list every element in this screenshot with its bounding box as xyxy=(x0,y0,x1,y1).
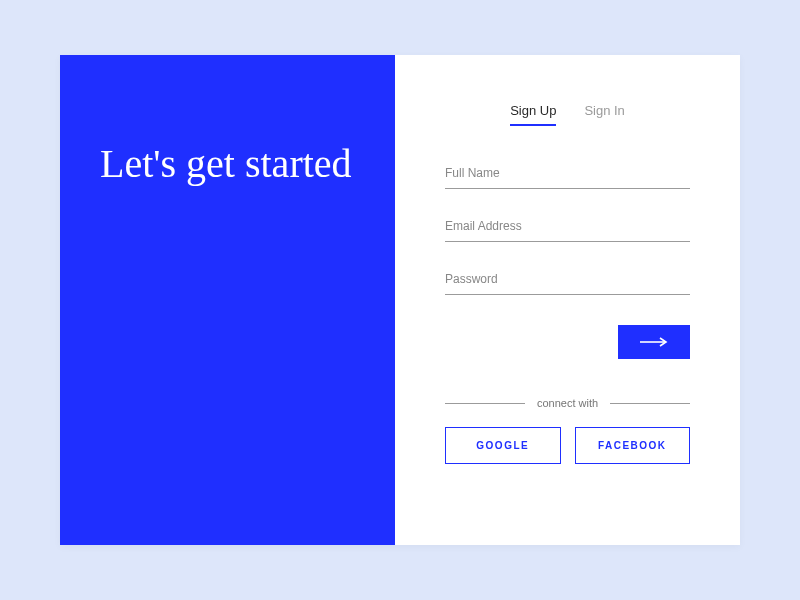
hero-heading: Let's get started xyxy=(100,139,355,189)
hero-panel: Let's get started xyxy=(60,55,395,545)
google-button[interactable]: GOOGLE xyxy=(445,427,561,464)
signup-card: Let's get started Sign Up Sign In co xyxy=(60,55,740,545)
connect-separator: connect with xyxy=(445,397,690,409)
tab-signin[interactable]: Sign In xyxy=(584,103,624,126)
fullname-field-wrapper xyxy=(445,158,690,189)
submit-button[interactable] xyxy=(618,325,690,359)
tab-signup[interactable]: Sign Up xyxy=(510,103,556,126)
connect-label: connect with xyxy=(537,397,598,409)
separator-line-left xyxy=(445,403,525,404)
password-field-wrapper xyxy=(445,264,690,295)
form-panel: Sign Up Sign In connect with xyxy=(395,55,740,545)
separator-line-right xyxy=(610,403,690,404)
arrow-right-icon xyxy=(639,337,669,347)
facebook-button[interactable]: FACEBOOK xyxy=(575,427,691,464)
social-buttons: GOOGLE FACEBOOK xyxy=(445,427,690,464)
password-input[interactable] xyxy=(445,264,690,295)
submit-row xyxy=(445,325,690,359)
auth-tabs: Sign Up Sign In xyxy=(445,103,690,126)
email-input[interactable] xyxy=(445,211,690,242)
fullname-input[interactable] xyxy=(445,158,690,189)
email-field-wrapper xyxy=(445,211,690,242)
